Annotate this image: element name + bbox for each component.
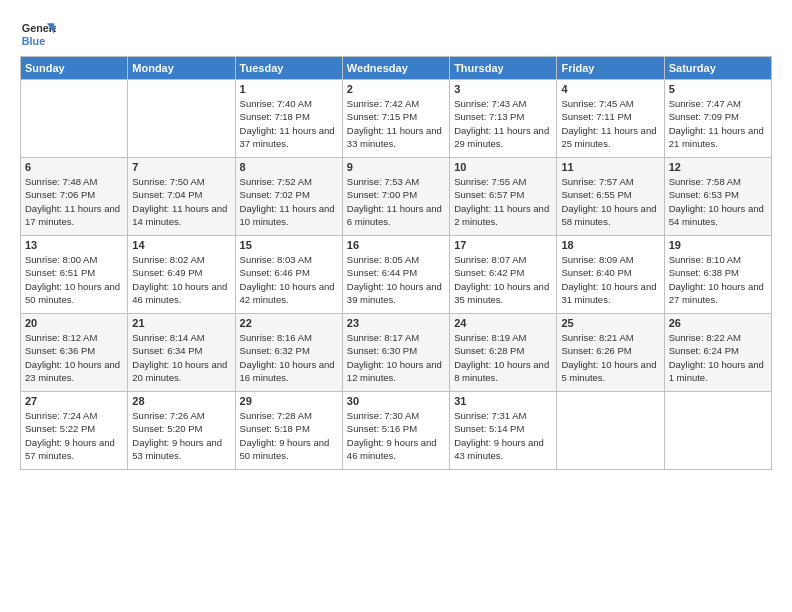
day-info: Sunrise: 7:26 AMSunset: 5:20 PMDaylight:… (132, 409, 230, 462)
day-number: 23 (347, 317, 445, 329)
page: General Blue SundayMondayTuesdayWednesda… (0, 0, 792, 480)
day-info: Sunrise: 7:28 AMSunset: 5:18 PMDaylight:… (240, 409, 338, 462)
day-cell: 28Sunrise: 7:26 AMSunset: 5:20 PMDayligh… (128, 392, 235, 470)
day-number: 2 (347, 83, 445, 95)
day-info: Sunrise: 8:10 AMSunset: 6:38 PMDaylight:… (669, 253, 767, 306)
day-cell (664, 392, 771, 470)
day-number: 31 (454, 395, 552, 407)
week-row: 1Sunrise: 7:40 AMSunset: 7:18 PMDaylight… (21, 80, 772, 158)
day-cell: 12Sunrise: 7:58 AMSunset: 6:53 PMDayligh… (664, 158, 771, 236)
header-day: Saturday (664, 57, 771, 80)
day-cell: 16Sunrise: 8:05 AMSunset: 6:44 PMDayligh… (342, 236, 449, 314)
svg-text:Blue: Blue (22, 35, 45, 47)
day-info: Sunrise: 8:05 AMSunset: 6:44 PMDaylight:… (347, 253, 445, 306)
day-number: 21 (132, 317, 230, 329)
day-number: 4 (561, 83, 659, 95)
day-info: Sunrise: 8:14 AMSunset: 6:34 PMDaylight:… (132, 331, 230, 384)
day-number: 1 (240, 83, 338, 95)
day-cell: 29Sunrise: 7:28 AMSunset: 5:18 PMDayligh… (235, 392, 342, 470)
day-number: 27 (25, 395, 123, 407)
day-info: Sunrise: 7:43 AMSunset: 7:13 PMDaylight:… (454, 97, 552, 150)
day-cell: 9Sunrise: 7:53 AMSunset: 7:00 PMDaylight… (342, 158, 449, 236)
day-number: 13 (25, 239, 123, 251)
day-cell: 3Sunrise: 7:43 AMSunset: 7:13 PMDaylight… (450, 80, 557, 158)
day-cell: 6Sunrise: 7:48 AMSunset: 7:06 PMDaylight… (21, 158, 128, 236)
day-number: 24 (454, 317, 552, 329)
day-cell: 30Sunrise: 7:30 AMSunset: 5:16 PMDayligh… (342, 392, 449, 470)
day-info: Sunrise: 8:21 AMSunset: 6:26 PMDaylight:… (561, 331, 659, 384)
day-info: Sunrise: 8:07 AMSunset: 6:42 PMDaylight:… (454, 253, 552, 306)
day-cell (128, 80, 235, 158)
day-number: 18 (561, 239, 659, 251)
day-number: 14 (132, 239, 230, 251)
day-info: Sunrise: 7:47 AMSunset: 7:09 PMDaylight:… (669, 97, 767, 150)
day-info: Sunrise: 7:50 AMSunset: 7:04 PMDaylight:… (132, 175, 230, 228)
day-info: Sunrise: 8:02 AMSunset: 6:49 PMDaylight:… (132, 253, 230, 306)
day-cell: 26Sunrise: 8:22 AMSunset: 6:24 PMDayligh… (664, 314, 771, 392)
day-number: 16 (347, 239, 445, 251)
day-info: Sunrise: 7:24 AMSunset: 5:22 PMDaylight:… (25, 409, 123, 462)
day-number: 3 (454, 83, 552, 95)
day-info: Sunrise: 7:31 AMSunset: 5:14 PMDaylight:… (454, 409, 552, 462)
header-day: Thursday (450, 57, 557, 80)
day-number: 7 (132, 161, 230, 173)
calendar-table: SundayMondayTuesdayWednesdayThursdayFrid… (20, 56, 772, 470)
header-day: Monday (128, 57, 235, 80)
day-number: 26 (669, 317, 767, 329)
day-cell (557, 392, 664, 470)
day-number: 17 (454, 239, 552, 251)
day-cell: 20Sunrise: 8:12 AMSunset: 6:36 PMDayligh… (21, 314, 128, 392)
day-info: Sunrise: 8:12 AMSunset: 6:36 PMDaylight:… (25, 331, 123, 384)
day-cell (21, 80, 128, 158)
day-cell: 27Sunrise: 7:24 AMSunset: 5:22 PMDayligh… (21, 392, 128, 470)
day-number: 11 (561, 161, 659, 173)
day-cell: 1Sunrise: 7:40 AMSunset: 7:18 PMDaylight… (235, 80, 342, 158)
day-info: Sunrise: 7:58 AMSunset: 6:53 PMDaylight:… (669, 175, 767, 228)
day-number: 29 (240, 395, 338, 407)
day-cell: 10Sunrise: 7:55 AMSunset: 6:57 PMDayligh… (450, 158, 557, 236)
day-cell: 14Sunrise: 8:02 AMSunset: 6:49 PMDayligh… (128, 236, 235, 314)
day-info: Sunrise: 7:52 AMSunset: 7:02 PMDaylight:… (240, 175, 338, 228)
day-cell: 31Sunrise: 7:31 AMSunset: 5:14 PMDayligh… (450, 392, 557, 470)
day-cell: 7Sunrise: 7:50 AMSunset: 7:04 PMDaylight… (128, 158, 235, 236)
day-cell: 11Sunrise: 7:57 AMSunset: 6:55 PMDayligh… (557, 158, 664, 236)
day-cell: 19Sunrise: 8:10 AMSunset: 6:38 PMDayligh… (664, 236, 771, 314)
day-number: 22 (240, 317, 338, 329)
day-number: 10 (454, 161, 552, 173)
day-info: Sunrise: 8:00 AMSunset: 6:51 PMDaylight:… (25, 253, 123, 306)
header-day: Sunday (21, 57, 128, 80)
day-info: Sunrise: 7:48 AMSunset: 7:06 PMDaylight:… (25, 175, 123, 228)
day-number: 6 (25, 161, 123, 173)
day-number: 25 (561, 317, 659, 329)
day-info: Sunrise: 7:42 AMSunset: 7:15 PMDaylight:… (347, 97, 445, 150)
header-day: Friday (557, 57, 664, 80)
day-cell: 5Sunrise: 7:47 AMSunset: 7:09 PMDaylight… (664, 80, 771, 158)
day-info: Sunrise: 7:30 AMSunset: 5:16 PMDaylight:… (347, 409, 445, 462)
day-number: 30 (347, 395, 445, 407)
day-number: 28 (132, 395, 230, 407)
day-cell: 18Sunrise: 8:09 AMSunset: 6:40 PMDayligh… (557, 236, 664, 314)
day-info: Sunrise: 7:55 AMSunset: 6:57 PMDaylight:… (454, 175, 552, 228)
day-cell: 15Sunrise: 8:03 AMSunset: 6:46 PMDayligh… (235, 236, 342, 314)
day-cell: 17Sunrise: 8:07 AMSunset: 6:42 PMDayligh… (450, 236, 557, 314)
day-info: Sunrise: 8:09 AMSunset: 6:40 PMDaylight:… (561, 253, 659, 306)
week-row: 27Sunrise: 7:24 AMSunset: 5:22 PMDayligh… (21, 392, 772, 470)
day-cell: 21Sunrise: 8:14 AMSunset: 6:34 PMDayligh… (128, 314, 235, 392)
day-info: Sunrise: 8:16 AMSunset: 6:32 PMDaylight:… (240, 331, 338, 384)
day-info: Sunrise: 7:40 AMSunset: 7:18 PMDaylight:… (240, 97, 338, 150)
day-cell: 2Sunrise: 7:42 AMSunset: 7:15 PMDaylight… (342, 80, 449, 158)
day-cell: 25Sunrise: 8:21 AMSunset: 6:26 PMDayligh… (557, 314, 664, 392)
day-cell: 22Sunrise: 8:16 AMSunset: 6:32 PMDayligh… (235, 314, 342, 392)
day-cell: 4Sunrise: 7:45 AMSunset: 7:11 PMDaylight… (557, 80, 664, 158)
week-row: 20Sunrise: 8:12 AMSunset: 6:36 PMDayligh… (21, 314, 772, 392)
day-number: 19 (669, 239, 767, 251)
day-cell: 23Sunrise: 8:17 AMSunset: 6:30 PMDayligh… (342, 314, 449, 392)
logo: General Blue (20, 16, 56, 52)
day-info: Sunrise: 8:17 AMSunset: 6:30 PMDaylight:… (347, 331, 445, 384)
header: General Blue (20, 16, 772, 52)
week-row: 6Sunrise: 7:48 AMSunset: 7:06 PMDaylight… (21, 158, 772, 236)
day-info: Sunrise: 7:57 AMSunset: 6:55 PMDaylight:… (561, 175, 659, 228)
logo-icon: General Blue (20, 16, 56, 52)
day-number: 15 (240, 239, 338, 251)
day-number: 5 (669, 83, 767, 95)
